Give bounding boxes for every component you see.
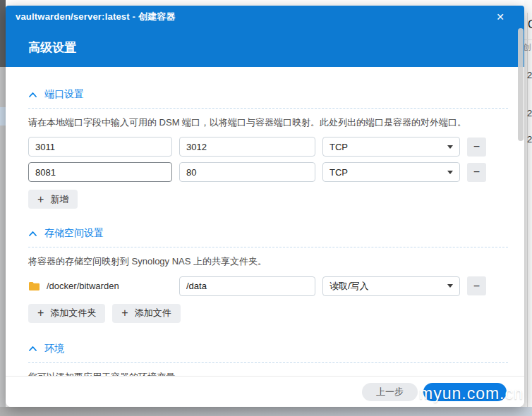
scrollbar-thumb[interactable] — [518, 28, 524, 141]
protocol-select[interactable]: TCP — [322, 137, 460, 157]
background-window-sliver: C 创 2 2 2 — [524, 0, 532, 407]
section-divider — [28, 247, 508, 247]
remove-port-row-button[interactable]: − — [467, 137, 486, 157]
background-row-value: 2 — [527, 134, 532, 145]
section-header-storage[interactable]: 存储空间设置 — [28, 227, 508, 240]
dialog-titlebar[interactable]: vaultwarden/server:latest - 创建容器 ✕ — [6, 6, 524, 28]
page-title: 高级设置 — [28, 39, 76, 56]
add-folder-button[interactable]: + 添加文件夹 — [28, 304, 105, 323]
desktop-edge-dark — [0, 0, 6, 67]
section-divider — [28, 362, 508, 363]
plus-icon: + — [121, 307, 128, 319]
port-mapping-row: TCP − — [28, 162, 508, 182]
background-toolbar-border — [524, 39, 532, 40]
local-port-input[interactable] — [28, 137, 172, 157]
volume-mapping-row: /docker/bitwarden 读取/写入 − — [28, 276, 508, 296]
caret-down-icon — [447, 145, 453, 149]
desktop-edge-accent — [0, 107, 6, 126]
caret-down-icon — [447, 171, 453, 174]
protocol-select[interactable]: TCP — [322, 162, 460, 182]
background-row-value: 2 — [527, 70, 532, 80]
close-icon[interactable]: ✕ — [495, 11, 514, 23]
back-button[interactable]: 上一步 — [362, 383, 418, 401]
remove-port-row-button[interactable]: − — [467, 163, 486, 182]
permission-select[interactable]: 读取/写入 — [322, 276, 460, 296]
folder-icon — [28, 281, 40, 291]
desktop-bottom-band — [0, 407, 532, 416]
next-button[interactable] — [423, 383, 507, 401]
remove-volume-row-button[interactable]: − — [467, 276, 486, 295]
dialog-title: vaultwarden/server:latest - 创建容器 — [16, 11, 176, 23]
dialog-body: 端口设置 请在本地端口字段中输入可用的 DSM 端口，以将端口与容器端口映射。此… — [6, 67, 524, 376]
background-partial-label: 创 — [524, 42, 531, 54]
background-partial-text: C — [528, 18, 532, 31]
section-title: 存储空间设置 — [44, 227, 104, 240]
section-header-ports[interactable]: 端口设置 — [28, 88, 508, 101]
add-port-button[interactable]: + 新增 — [28, 190, 78, 209]
section-title: 端口设置 — [44, 88, 84, 101]
storage-description: 将容器的存储空间映射到 Synology NAS 上的共享文件夹。 — [28, 256, 508, 267]
protocol-value: TCP — [330, 167, 348, 178]
container-port-input[interactable] — [179, 162, 315, 182]
caret-down-icon — [447, 284, 453, 288]
plus-icon: + — [37, 307, 44, 319]
mount-path-input[interactable] — [179, 276, 315, 296]
add-port-label: 新增 — [50, 193, 68, 206]
chevron-up-icon — [28, 92, 37, 98]
background-row-value: 2 — [527, 108, 532, 118]
chevron-up-icon — [28, 345, 37, 352]
section-header-environment[interactable]: 环境 — [28, 343, 508, 355]
add-file-label: 添加文件 — [135, 307, 171, 319]
port-mapping-row: TCP − — [28, 137, 508, 157]
folder-path-label: /docker/bitwarden — [47, 281, 119, 291]
section-divider — [28, 108, 508, 109]
chevron-up-icon — [28, 231, 37, 237]
shared-folder-path: /docker/bitwarden — [28, 281, 172, 291]
protocol-value: TCP — [330, 142, 348, 152]
dialog-header: 高级设置 — [6, 28, 524, 67]
section-title: 环境 — [44, 343, 64, 355]
add-file-button[interactable]: + 添加文件 — [112, 304, 180, 323]
create-container-dialog: vaultwarden/server:latest - 创建容器 ✕ 高级设置 … — [6, 6, 524, 407]
plus-icon: + — [37, 194, 44, 205]
local-port-input[interactable] — [28, 162, 172, 182]
container-port-input[interactable] — [179, 137, 315, 157]
ports-description: 请在本地端口字段中输入可用的 DSM 端口，以将端口与容器端口映射。此处列出的端… — [28, 117, 508, 128]
permission-value: 读取/写入 — [330, 280, 369, 293]
storage-buttons-row: + 添加文件夹 + 添加文件 — [28, 296, 508, 323]
add-folder-label: 添加文件夹 — [50, 307, 96, 319]
dialog-footer: 上一步 — [6, 376, 524, 407]
